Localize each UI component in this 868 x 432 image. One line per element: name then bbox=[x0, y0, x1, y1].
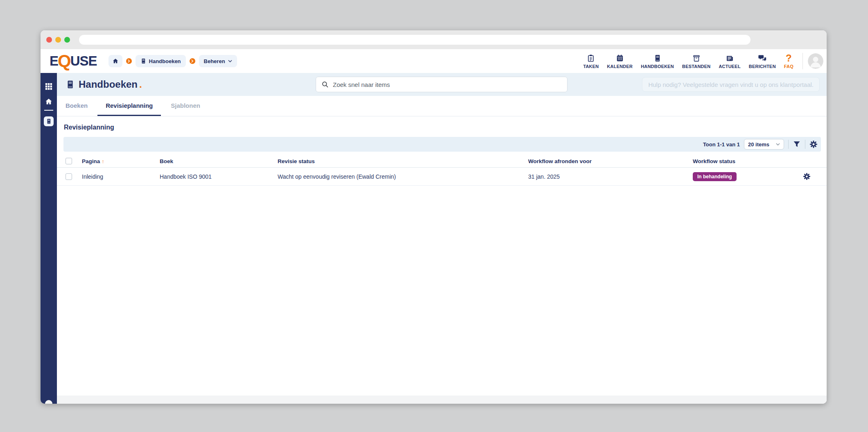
equse-logo[interactable]: EQUSE bbox=[50, 53, 97, 69]
nav-label: ACTUEEL bbox=[719, 64, 740, 69]
section-heading: Revisieplanning bbox=[64, 124, 827, 131]
book-icon bbox=[653, 53, 661, 62]
sidebar-handboeken-button[interactable] bbox=[44, 116, 54, 126]
nav-label: KALENDER bbox=[607, 64, 633, 69]
cell-revisie-status: Wacht op eenvoudig reviseren (Ewald Crem… bbox=[278, 173, 528, 180]
book-icon bbox=[66, 80, 75, 89]
nav-label: HANDBOEKEN bbox=[641, 64, 674, 69]
chevron-down-icon bbox=[228, 60, 232, 62]
sidebar bbox=[41, 73, 57, 404]
nav-item-taken[interactable]: TAKEN bbox=[579, 53, 603, 69]
column-header-workflow-status[interactable]: Workflow status bbox=[693, 158, 803, 164]
breadcrumb-dropdown-beheren[interactable]: Beheren bbox=[199, 55, 237, 67]
page-title-bar: Handboeken. Hulp nodig? Veelgestelde vra… bbox=[57, 73, 827, 96]
book-icon bbox=[140, 58, 146, 64]
user-avatar[interactable] bbox=[808, 53, 823, 69]
row-checkbox[interactable] bbox=[66, 173, 72, 180]
nav-item-bestanden[interactable]: BESTANDEN bbox=[678, 53, 714, 69]
content-body: Revisieplanning Toon 1-1 van 1 20 items bbox=[57, 116, 827, 396]
book-icon bbox=[46, 118, 52, 124]
search-box bbox=[316, 77, 567, 92]
tab-sjablonen[interactable]: Sjablonen bbox=[171, 96, 200, 116]
column-header-revisie-status[interactable]: Revisie status bbox=[278, 158, 528, 164]
table-row[interactable]: Inleiding Handboek ISO 9001 Wacht op een… bbox=[57, 168, 827, 186]
question-mark-icon: ? bbox=[786, 53, 792, 62]
table-settings-gear-icon[interactable] bbox=[809, 140, 818, 148]
newspaper-icon bbox=[726, 53, 734, 62]
sort-ascending-icon: ↑ bbox=[102, 158, 104, 164]
header-nav: TAKEN KALENDER HANDBOEKEN BESTANDEN bbox=[579, 53, 823, 69]
window-minimize-button[interactable] bbox=[55, 37, 61, 43]
tab-revisieplanning[interactable]: Revisieplanning bbox=[97, 96, 161, 116]
nav-label: BESTANDEN bbox=[682, 64, 710, 69]
nav-item-kalender[interactable]: KALENDER bbox=[603, 53, 637, 69]
breadcrumb-item-handboeken[interactable]: Handboeken bbox=[136, 55, 186, 67]
sidebar-apps-button[interactable] bbox=[45, 83, 52, 90]
help-hint-text: Hulp nodig? Veelgestelde vragen vindt u … bbox=[648, 81, 814, 88]
filter-icon[interactable] bbox=[793, 140, 801, 148]
tab-boeken[interactable]: Boeken bbox=[66, 96, 88, 116]
table-toolbar: Toon 1-1 van 1 20 items bbox=[63, 137, 821, 152]
breadcrumb-chevron-icon bbox=[190, 58, 195, 64]
sidebar-active-indicator bbox=[44, 110, 53, 111]
logo-text: E bbox=[50, 53, 58, 69]
nav-item-berichten[interactable]: BERICHTEN bbox=[745, 53, 780, 69]
cell-pagina: Inleiding bbox=[82, 173, 103, 180]
row-actions-gear-icon[interactable] bbox=[803, 173, 811, 180]
nav-item-actueel[interactable]: ACTUEEL bbox=[714, 53, 744, 69]
page-title-accent-dot: . bbox=[139, 79, 142, 90]
clipboard-icon bbox=[587, 53, 595, 62]
logo-accent-letter: Q bbox=[58, 54, 71, 68]
search-icon bbox=[321, 81, 329, 88]
nav-item-handboeken[interactable]: HANDBOEKEN bbox=[637, 53, 678, 69]
page-size-value: 20 items bbox=[748, 141, 769, 148]
breadcrumb-home-button[interactable] bbox=[108, 55, 122, 67]
archive-box-icon bbox=[692, 53, 701, 62]
nav-label: FAQ bbox=[784, 64, 793, 69]
app-header: EQUSE Handboeken Beheren bbox=[41, 49, 827, 73]
header-divider bbox=[802, 53, 803, 69]
search-input[interactable] bbox=[333, 81, 562, 88]
breadcrumb-label: Handboeken bbox=[149, 58, 181, 64]
home-icon bbox=[112, 58, 119, 64]
calendar-icon bbox=[616, 53, 624, 62]
column-header-pagina[interactable]: Pagina bbox=[82, 158, 100, 164]
sidebar-bottom-knob[interactable] bbox=[45, 400, 52, 404]
nav-label: BERICHTEN bbox=[749, 64, 776, 69]
page-title: Handboeken. bbox=[66, 79, 142, 90]
chevron-down-icon bbox=[776, 143, 780, 146]
page-size-select[interactable]: 20 items bbox=[744, 139, 784, 150]
cell-workflow-afronden-voor: 31 jan. 2025 bbox=[528, 173, 693, 180]
column-header-boek[interactable]: Boek bbox=[160, 158, 278, 164]
grid-icon bbox=[45, 83, 52, 90]
window-close-button[interactable] bbox=[46, 37, 52, 43]
select-all-checkbox[interactable] bbox=[66, 158, 72, 164]
chat-bubbles-icon bbox=[758, 53, 767, 62]
help-hint: Hulp nodig? Veelgestelde vragen vindt u … bbox=[642, 77, 820, 92]
breadcrumb-chevron-icon bbox=[126, 58, 132, 64]
tabs-row: Boeken Revisieplanning Sjablonen bbox=[57, 96, 827, 116]
browser-window: EQUSE Handboeken Beheren bbox=[41, 30, 827, 404]
breadcrumb: Handboeken Beheren bbox=[108, 55, 237, 67]
home-icon bbox=[45, 98, 53, 106]
toolbar-divider bbox=[788, 140, 789, 149]
horizontal-scrollbar-track[interactable] bbox=[57, 396, 827, 404]
page-title-text: Handboeken bbox=[79, 79, 138, 90]
browser-chrome bbox=[41, 30, 827, 49]
browser-address-bar[interactable] bbox=[79, 35, 750, 45]
table-header-row: Pagina ↑ Boek Revisie status Workflow af… bbox=[57, 155, 827, 168]
nav-label: TAKEN bbox=[583, 64, 599, 69]
results-count: Toon 1-1 van 1 bbox=[703, 141, 740, 148]
window-maximize-button[interactable] bbox=[64, 37, 70, 43]
column-header-workflow-afronden-voor[interactable]: Workflow afronden voor bbox=[528, 158, 693, 164]
breadcrumb-label: Beheren bbox=[204, 58, 225, 64]
nav-item-faq[interactable]: ? FAQ bbox=[780, 53, 798, 69]
sidebar-home-button[interactable] bbox=[45, 98, 53, 106]
toolbar-divider bbox=[805, 140, 805, 149]
logo-text: USE bbox=[70, 53, 97, 69]
cell-boek: Handboek ISO 9001 bbox=[160, 173, 278, 180]
status-badge: In behandeling bbox=[693, 172, 737, 181]
